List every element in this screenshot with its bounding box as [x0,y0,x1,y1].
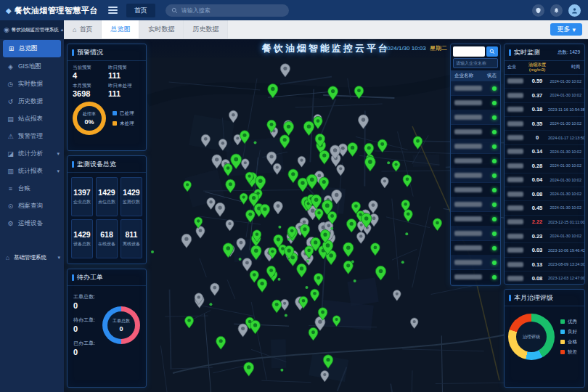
sidebar-item-realtime-data[interactable]: ◷实时数据 [0,75,64,93]
sidebar-item-ledger[interactable]: ≡台账 [0,180,64,197]
realtime-row[interactable]: 0.23 2024-01-30 10:02 [505,229,584,243]
more-button[interactable]: 更多 ▾ [550,23,582,36]
realtime-row[interactable]: 0.14 2024-01-30 10:02 [505,145,584,159]
blurred-company-name [454,115,482,120]
realtime-row[interactable]: 2.22 2023-12-15 01:11:00 [505,216,584,229]
realtime-row[interactable]: 0.08 2023-12-03 12:47:00 [505,271,584,284]
global-search-input[interactable] [181,7,283,14]
tab-label: 总览图 [110,25,130,34]
sidebar-item-history-data[interactable]: ↺历史数据 [0,93,64,110]
tab-总览图[interactable]: 总览图 [102,20,139,38]
realtime-total: 总数: 1429 [558,49,580,56]
map-pin [211,283,219,295]
workorder-body: 工单总数: 0 待办工单: 0 已办工单: 0 工单总数 0 [68,286,146,364]
realtime-row[interactable]: 0.13 2023-08-09 13:24:00 [505,258,584,271]
company-row[interactable] [451,183,500,197]
company-row[interactable] [451,212,500,226]
company-row[interactable] [451,226,500,241]
breadcrumb-home[interactable]: 首页 [126,4,155,17]
company-row[interactable] [451,96,500,110]
realtime-row[interactable]: 0.28 2024-01-30 10:02 [505,159,584,173]
workorder-stat: 工单总数: 0 [73,293,95,310]
company-row[interactable] [451,125,500,139]
sidebar-item-gis-map[interactable]: ◈GIS地图 [0,58,64,75]
company-row[interactable] [451,110,500,125]
map-pin [238,324,248,337]
sidebar-system-header[interactable]: ◉ 餐饮油烟监控管理系统 ▴ [0,20,64,39]
sidebar-item-archive[interactable]: ⊙档案查询 [0,197,64,215]
sidebar-item-warning-mgmt[interactable]: ⚠预警管理 [0,128,64,145]
sidebar-item-label: 预警管理 [18,132,43,141]
map-pin [315,209,324,221]
realtime-row[interactable]: 0.03 2023-10-06 19:46:42 [505,243,584,257]
blurred-company-name [507,234,526,239]
warning-stat: 当前预警 4 [73,65,105,81]
map-pin [226,220,234,231]
map-pin [392,160,400,171]
tab-首页[interactable]: ⌂首页 [64,20,102,38]
warning-stat: 昨日未处理 111 [108,83,141,99]
realtime-row[interactable]: 0.08 2024-01-30 10:02 [505,187,584,201]
device-icon: ⚙ [7,220,15,227]
shield-icon[interactable] [532,4,544,17]
sidebar-item-site-report[interactable]: ▤站点报表 [0,110,64,128]
map-pin [343,242,354,257]
map-pin [410,318,418,329]
sidebar-item-stat-analysis[interactable]: ◪统计分析▾ [0,145,64,163]
reading-time: 2024-01-30 10:02 [548,205,581,210]
sidebar-item-devices[interactable]: ⚙运维设备 [0,215,64,232]
company-row[interactable] [451,256,500,270]
map-pin [393,290,401,301]
realtime-row[interactable]: 0 2024-01-17 12:13:50 [505,131,584,144]
company-row[interactable] [451,241,500,256]
rating-panel: 本月治理评级 治理评级 优秀良好合格较差 [504,289,585,388]
realtime-row[interactable]: 0.18 2023-11-16 10:54:38 [505,103,584,117]
tab-实时数据[interactable]: 实时数据 [139,20,184,38]
rating-legend: 优秀良好合格较差 [560,319,577,356]
concentration-value: 0.37 [526,92,548,99]
menu-toggle-icon[interactable] [108,7,118,14]
warning-legend: 已处理未处理 [113,110,134,127]
device-panel-title: 监测设备总览 [68,156,146,173]
search-button[interactable] [486,46,498,57]
status-online-dot [492,188,497,192]
map-pin [375,266,385,280]
company-row[interactable] [451,168,500,183]
reading-time: 2023-08-09 13:24:00 [548,262,584,266]
device-stat: 1397 企业总数 [71,177,93,216]
company-row[interactable] [451,139,500,154]
realtime-row[interactable]: 0.04 2024-01-30 10:02 [505,173,584,187]
company-list-panel: 企业名称 状态 [450,44,501,286]
chevron-down-icon: ▾ [57,151,60,157]
map-pin [371,243,380,256]
warning-stat: 本月预警 3698 [73,83,105,99]
company-row[interactable] [451,154,500,168]
dashboard-title: 餐饮油烟智能监控云平台 [262,42,390,55]
map-pin [288,169,298,183]
realtime-row[interactable]: 0.37 2024-01-30 10:02 [505,89,584,102]
realtime-row[interactable]: 0.35 2024-01-30 10:02 [505,117,584,131]
map-pin [215,203,225,216]
sidebar-item-base-system[interactable]: ⌂ 基础管理系统 ▾ [0,248,64,267]
map-pin [303,121,314,136]
blurred-company-name [507,262,526,267]
sidebar-item-label: 统计报表 [18,167,43,176]
realtime-row[interactable]: 0.45 2024-01-30 10:02 [505,201,584,215]
status-online-dot [492,232,497,236]
company-name-input[interactable] [453,58,498,68]
sidebar-item-overview[interactable]: ⊞总览图 [3,40,61,57]
map-pin [284,121,294,135]
status-online-dot [492,261,497,265]
map-pin [337,165,345,176]
avatar[interactable] [568,4,581,17]
company-row[interactable] [451,81,500,96]
bell-icon[interactable] [550,4,563,17]
map-pin [297,264,307,277]
company-row[interactable] [451,270,500,285]
map-pin [256,176,266,190]
company-row[interactable] [451,197,500,212]
realtime-row[interactable]: 0.59 2024-01-30 10:02 [505,75,584,89]
sidebar-item-stat-report[interactable]: ▥统计报表▾ [0,163,64,180]
company-search-input[interactable] [453,46,485,57]
tab-历史数据[interactable]: 历史数据 [184,20,228,38]
